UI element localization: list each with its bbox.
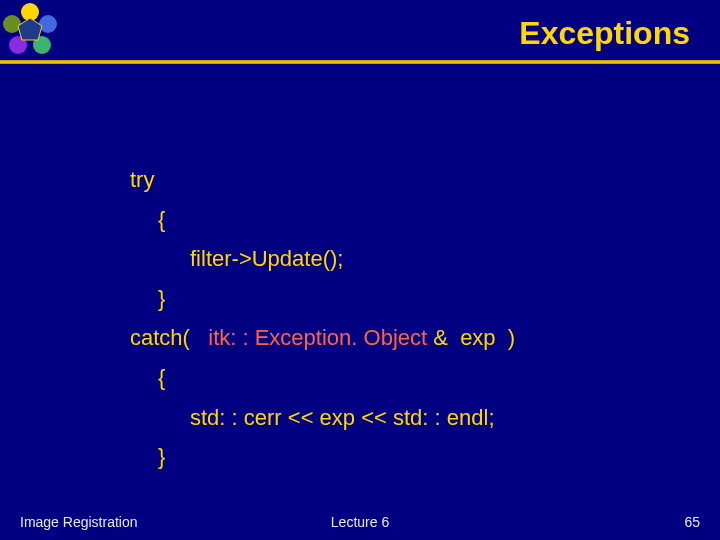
page-title: Exceptions [519, 15, 690, 52]
svg-marker-5 [18, 18, 42, 40]
svg-point-4 [3, 15, 21, 33]
code-line-catch: catch( itk: : Exception. Object & exp ) [130, 318, 515, 358]
code-line-close-brace: } [130, 279, 515, 319]
svg-point-1 [39, 15, 57, 33]
header-divider [0, 60, 720, 64]
footer-lecture: Lecture 6 [331, 514, 389, 530]
code-line-try: try [130, 160, 515, 200]
pentagon-logo-icon [0, 0, 60, 60]
code-line-open-brace-2: { [130, 358, 515, 398]
slide-footer: Image Registration Lecture 6 65 [0, 514, 720, 530]
logo-badge [0, 0, 60, 60]
code-line-open-brace: { [130, 200, 515, 240]
slide-number: 65 [684, 514, 700, 530]
slide-header: Exceptions [0, 0, 720, 70]
exception-type: itk: : Exception. Object [208, 325, 433, 350]
catch-keyword: catch( [130, 325, 208, 350]
code-line-close-brace-2: } [130, 437, 515, 477]
footer-topic: Image Registration [20, 514, 138, 530]
catch-param: & exp ) [433, 325, 515, 350]
code-block: try { filter->Update(); } catch( itk: : … [130, 160, 515, 477]
code-line-filter-update: filter->Update(); [130, 239, 515, 279]
code-line-cerr: std: : cerr << exp << std: : endl; [130, 398, 515, 438]
